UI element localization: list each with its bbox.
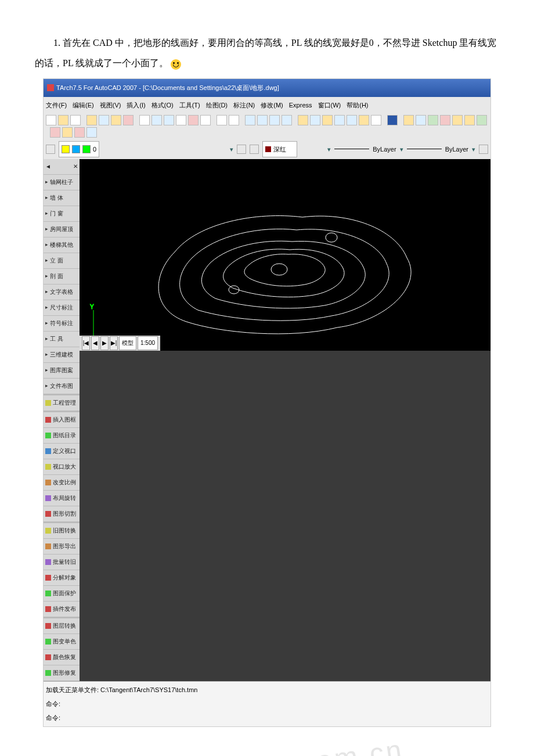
layer-tool-icon[interactable] [479,145,488,154]
svg-text:Y: Y [90,304,94,310]
cad-side-item[interactable]: ▸立 面 [44,253,80,269]
toolbar-button[interactable] [151,115,162,125]
toolbar-button[interactable] [334,115,345,125]
toolbar-button[interactable] [86,115,97,125]
cad-menu-item[interactable]: 工具(T) [179,98,200,112]
layer-tool-icon[interactable] [250,145,259,154]
toolbar-button[interactable] [50,127,60,138]
cad-side-item[interactable]: ▸剖 面 [44,269,80,285]
cad-menu-item[interactable]: Express [289,98,312,112]
cad-cmd-prompt[interactable]: 命令: [46,711,488,725]
tab-nav[interactable]: ▶ [100,336,109,350]
cad-side-item[interactable]: 旧图转换 [44,523,80,539]
toolbar-button[interactable] [217,115,227,125]
cad-menu-item[interactable]: 绘图(D) [206,98,228,112]
cad-menu-item[interactable]: 修改(M) [261,98,283,112]
toolbar-button[interactable] [310,115,320,125]
help-button[interactable] [387,115,398,125]
cad-side-item[interactable]: ▸文件布图 [44,379,80,394]
smile-icon [171,59,181,70]
toolbar-button[interactable] [245,115,255,125]
toolbar-button[interactable] [200,115,211,125]
toolbar-button[interactable] [58,115,68,125]
toolbar-button[interactable] [477,115,487,125]
cad-menu-item[interactable]: 插入(I) [127,98,145,112]
tab-nav[interactable]: |◀ [82,336,90,350]
layer-tool-icon[interactable] [237,145,246,154]
toolbar-button[interactable] [257,115,268,125]
toolbar-button[interactable] [62,127,73,138]
cad-side-item[interactable]: 图形导出 [44,539,80,555]
cad-menu-item[interactable]: 窗口(W) [318,98,341,112]
toolbar-button[interactable] [371,115,381,125]
cad-side-item[interactable]: 插入图框 [44,412,80,428]
cad-menu-item[interactable]: 格式(O) [151,98,174,112]
toolbar-button[interactable] [322,115,333,125]
toolbar-button[interactable] [298,115,308,125]
toolbar-button[interactable] [347,115,357,125]
cad-title-text: TArch7.5 For AutoCAD 2007 - [C:\Document… [56,81,279,95]
toolbar-button[interactable] [452,115,463,125]
toolbar-button[interactable] [229,115,239,125]
toolbar-button[interactable] [70,115,81,125]
toolbar-button[interactable] [46,115,56,125]
color-dropdown[interactable]: 深红 [262,141,297,157]
cad-side-item[interactable]: ▸楼梯其他 [44,237,80,253]
cad-side-item[interactable]: 图纸目录 [44,428,80,444]
layer-icon[interactable] [46,145,55,154]
cad-menu-item[interactable]: 文件(F) [46,98,67,112]
toolbar-button[interactable] [99,115,109,125]
toolbar-button[interactable] [139,115,150,125]
cad-side-item[interactable]: ▸文字表格 [44,285,80,300]
cad-side-item[interactable]: 颜色恢复 [44,650,80,665]
cad-side-item[interactable]: 图层转换 [44,618,80,634]
cad-menu-item[interactable]: 视图(V) [100,98,121,112]
cad-side-item[interactable]: 插件发布 [44,602,80,617]
toolbar-button[interactable] [428,115,438,125]
toolbar-button[interactable] [111,115,121,125]
cad-side-item[interactable]: ▸工 具 [44,332,80,347]
toolbar-button[interactable] [86,127,97,138]
cad-menu-item[interactable]: 标注(N) [233,98,255,112]
cad-side-item[interactable]: ▸房间屋顶 [44,222,80,237]
toolbar-button[interactable] [282,115,292,125]
cad-side-item[interactable]: ▸三维建模 [44,347,80,363]
tab-nav[interactable]: ▶| [110,336,118,350]
model-tab[interactable]: 1:500 [138,336,158,350]
toolbar-button[interactable] [403,115,414,125]
cad-side-item[interactable]: ▸图库图案 [44,363,80,379]
toolbar-button[interactable] [269,115,280,125]
cad-side-item[interactable]: ▸尺寸标注 [44,300,80,316]
cad-side-item[interactable]: ▸门 窗 [44,206,80,222]
cad-side-item[interactable]: 改变比例 [44,475,80,491]
cad-side-item[interactable]: 视口放大 [44,459,80,475]
toolbar-button[interactable] [188,115,199,125]
toolbar-button[interactable] [164,115,174,125]
cad-side-item[interactable]: ▸墙 体 [44,190,80,206]
cad-side-item[interactable]: 批量转旧 [44,555,80,570]
cad-side-item[interactable]: 工程管理 [44,395,80,411]
model-tab[interactable]: 模型 [119,336,136,350]
toolbar-button[interactable] [176,115,186,125]
toolbar-button[interactable] [74,127,85,138]
cad-side-item[interactable]: 分解对象 [44,570,80,586]
cad-menu-item[interactable]: 帮助(H) [347,98,368,112]
cad-side-item[interactable]: 定义视口 [44,444,80,459]
cad-body: ◄✕ ▸轴网柱子▸墙 体▸门 窗▸房间屋顶▸楼梯其他▸立 面▸剖 面▸文字表格▸… [44,159,490,681]
cad-side-item[interactable]: ▸轴网柱子 [44,175,80,190]
cad-side-item[interactable]: 图面保护 [44,586,80,602]
cad-side-item[interactable]: 图变单色 [44,634,80,650]
cad-side-item[interactable]: ▸符号标注 [44,316,80,332]
toolbar-button[interactable] [464,115,475,125]
toolbar-button[interactable] [123,115,134,125]
layer-state-dropdown[interactable]: 0 [59,141,99,157]
cad-canvas[interactable]: Y X |◀◀▶▶|模型1:500 [80,159,490,351]
toolbar-button[interactable] [440,115,450,125]
cad-side-item[interactable]: 图形修复 [44,665,80,681]
toolbar-button[interactable] [416,115,426,125]
cad-side-item[interactable]: 布局旋转 [44,491,80,506]
toolbar-button[interactable] [359,115,369,125]
cad-side-item[interactable]: 图形切割 [44,506,80,522]
cad-menu-item[interactable]: 编辑(E) [73,98,94,112]
tab-nav[interactable]: ◀ [91,336,99,350]
